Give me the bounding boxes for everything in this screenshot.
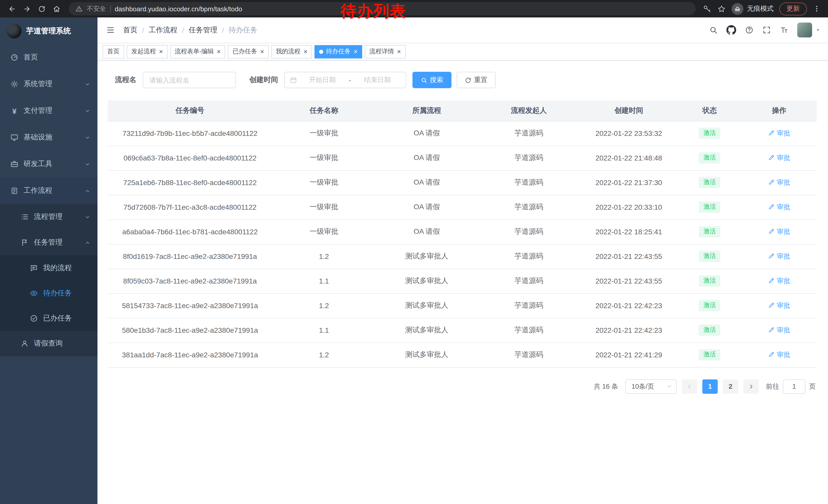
process-name-label: 流程名 xyxy=(115,75,136,85)
fullscreen-icon[interactable] xyxy=(762,26,771,34)
column-task-id: 任务编号 xyxy=(108,100,272,121)
status-badge: 激活 xyxy=(699,251,720,262)
page-size-select[interactable]: 10条/页 xyxy=(625,379,677,394)
goto-page-input[interactable] xyxy=(783,379,805,394)
sidebar-item-workflow[interactable]: 工作流程 xyxy=(0,177,97,204)
font-size-icon[interactable] xyxy=(780,26,788,34)
browser-home-button[interactable] xyxy=(50,2,64,16)
security-label: 不安全 xyxy=(87,4,106,13)
tab-close-icon[interactable]: × xyxy=(217,48,220,55)
sidebar-item-todo-tasks[interactable]: 待办任务 xyxy=(0,280,97,306)
sidebar-item-home[interactable]: 首页 xyxy=(0,44,97,71)
date-range-picker[interactable]: 开始日期 - 结束日期 xyxy=(284,72,406,88)
sidebar-item-leave-query[interactable]: 请假查询 xyxy=(0,331,97,356)
process-cell: 测试多审批人 xyxy=(376,244,478,269)
update-button[interactable]: 更新 xyxy=(779,2,807,15)
breadcrumb-workflow[interactable]: 工作流程 xyxy=(149,26,177,35)
browser-menu-icon[interactable] xyxy=(813,5,821,13)
tab-close-icon[interactable]: × xyxy=(354,48,358,55)
approve-link[interactable]: 审批 xyxy=(768,326,790,335)
bookmark-star-icon[interactable] xyxy=(717,4,726,13)
created-cell: 2022-01-22 21:37:30 xyxy=(580,170,678,195)
initiator-cell: 芋道源码 xyxy=(478,269,580,293)
approve-link[interactable]: 审批 xyxy=(768,178,790,187)
tab-3[interactable]: 流程表单-编辑× xyxy=(170,45,225,58)
column-initiator: 流程发起人 xyxy=(478,100,580,121)
sidebar-item-process-management[interactable]: 流程管理 xyxy=(0,204,97,230)
tab-2[interactable]: 发起流程× xyxy=(127,45,167,58)
help-icon[interactable] xyxy=(745,26,754,34)
task-id-cell: 725a1eb6-7b88-11ec-8ef0-acde48001122 xyxy=(108,170,272,195)
initiator-cell: 芋道源码 xyxy=(478,220,580,244)
tab-6[interactable]: 待办任务× xyxy=(315,45,362,58)
browser-window: 不安全 dashboard.yudao.iocoder.cn/bpm/task/… xyxy=(0,0,828,504)
status-badge: 激活 xyxy=(699,300,720,311)
calendar-icon xyxy=(290,77,297,84)
password-key-icon[interactable] xyxy=(703,4,711,13)
tab-4[interactable]: 已办任务× xyxy=(228,45,268,58)
user-menu[interactable] xyxy=(797,22,821,37)
sidebar-item-infrastructure[interactable]: 基础设施 xyxy=(0,124,97,151)
approve-link[interactable]: 审批 xyxy=(768,153,790,163)
sidebar-item-system-management[interactable]: 系统管理 xyxy=(0,71,97,97)
tab-close-icon[interactable]: × xyxy=(159,48,163,55)
sidebar-item-payment-management[interactable]: ¥ 支付管理 xyxy=(0,97,97,124)
search-icon[interactable] xyxy=(709,26,718,34)
reset-button[interactable]: 重置 xyxy=(457,72,496,88)
task-management-submenu: 我的流程 待办任务 已办任务 xyxy=(0,255,97,331)
action-cell: 审批 xyxy=(742,170,817,195)
tab-close-icon[interactable]: × xyxy=(397,48,401,55)
not-secure-warning-icon xyxy=(75,5,83,12)
search-button[interactable]: 搜索 xyxy=(412,72,451,88)
app-title: 芋道管理系统 xyxy=(26,26,71,36)
app-logo[interactable]: 芋道管理系统 xyxy=(0,17,97,44)
sidebar-item-task-management[interactable]: 任务管理 xyxy=(0,230,97,255)
approve-link[interactable]: 审批 xyxy=(768,301,790,310)
sidebar-item-dev-tools[interactable]: 研发工具 xyxy=(0,151,97,177)
edit-icon xyxy=(768,352,775,358)
process-name-input[interactable] xyxy=(142,72,236,88)
sidebar-toggle-button[interactable] xyxy=(97,17,123,43)
approve-link[interactable]: 审批 xyxy=(768,129,790,138)
logo-avatar xyxy=(7,23,22,38)
tab-close-icon[interactable]: × xyxy=(304,48,307,55)
tab-label: 流程表单-编辑 xyxy=(175,47,214,56)
table-row: 069c6a63-7b8a-11ec-8ef0-acde48001122一级审批… xyxy=(108,146,817,170)
approve-label: 审批 xyxy=(777,350,790,359)
browser-back-button[interactable] xyxy=(5,2,19,16)
approve-link[interactable]: 审批 xyxy=(768,252,790,261)
column-actions: 操作 xyxy=(742,100,817,121)
breadcrumb-task-management[interactable]: 任务管理 xyxy=(189,26,217,35)
edit-icon xyxy=(768,179,775,186)
approve-link[interactable]: 审批 xyxy=(768,227,790,236)
sidebar-item-my-processes[interactable]: 我的流程 xyxy=(0,255,97,280)
approve-label: 审批 xyxy=(777,227,790,236)
tab-close-icon[interactable]: × xyxy=(260,48,264,55)
table-row: 580e1b3d-7ac8-11ec-a9e2-a2380e71991a1.1测… xyxy=(108,318,817,342)
prev-page-button[interactable] xyxy=(682,379,697,394)
approve-label: 审批 xyxy=(777,252,790,261)
sidebar-item-done-tasks[interactable]: 已办任务 xyxy=(0,306,97,331)
browser-reload-button[interactable] xyxy=(35,2,49,16)
sidebar-item-label: 任务管理 xyxy=(34,238,63,247)
tab-7[interactable]: 流程详情× xyxy=(365,45,406,58)
url-divider xyxy=(110,5,111,12)
table-row: 58154733-7ac8-11ec-a9e2-a2380e71991a1.2测… xyxy=(108,293,817,318)
action-cell: 审批 xyxy=(742,195,817,220)
status-cell: 激活 xyxy=(678,220,742,244)
tab-5[interactable]: 我的流程× xyxy=(272,45,312,58)
approve-link[interactable]: 审批 xyxy=(768,202,790,212)
tab-1[interactable]: 首页 xyxy=(102,45,124,58)
page-button-1[interactable]: 1 xyxy=(702,379,718,394)
update-label: 更新 xyxy=(786,4,800,13)
github-icon[interactable] xyxy=(727,25,736,35)
task-id-cell: 58154733-7ac8-11ec-a9e2-a2380e71991a xyxy=(108,293,272,318)
chevron-down-icon xyxy=(666,383,672,389)
breadcrumb-home[interactable]: 首页 xyxy=(123,26,137,35)
page-button-2[interactable]: 2 xyxy=(723,379,738,394)
column-process: 所属流程 xyxy=(376,100,478,121)
next-page-button[interactable] xyxy=(743,379,759,394)
browser-forward-button[interactable] xyxy=(20,2,34,16)
approve-link[interactable]: 审批 xyxy=(768,276,790,286)
approve-link[interactable]: 审批 xyxy=(768,350,790,359)
